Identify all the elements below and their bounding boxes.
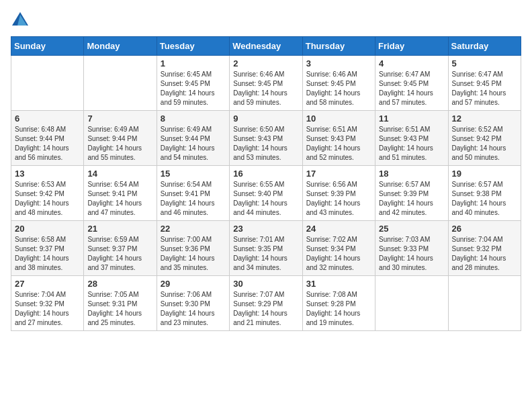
day-number: 19 [452,169,517,179]
day-info: Sunrise: 7:04 AMSunset: 9:32 PMDaylight:… [452,235,517,273]
day-info: Sunrise: 6:58 AMSunset: 9:37 PMDaylight:… [15,235,80,273]
day-info: Sunrise: 7:07 AMSunset: 9:29 PMDaylight:… [233,290,298,328]
day-number: 26 [452,224,517,234]
day-number: 18 [379,169,444,179]
calendar-cell: 23Sunrise: 7:01 AMSunset: 9:35 PMDayligh… [230,221,302,276]
day-number: 16 [233,169,298,179]
day-number: 20 [15,224,80,234]
day-info: Sunrise: 6:51 AMSunset: 9:43 PMDaylight:… [379,125,444,163]
calendar-cell: 30Sunrise: 7:07 AMSunset: 9:29 PMDayligh… [230,276,302,331]
calendar-week-row: 13Sunrise: 6:53 AMSunset: 9:42 PMDayligh… [11,166,521,221]
day-number: 24 [306,224,371,234]
calendar-cell: 5Sunrise: 6:47 AMSunset: 9:45 PMDaylight… [448,56,521,111]
day-number: 29 [161,279,226,289]
calendar-cell: 16Sunrise: 6:55 AMSunset: 9:40 PMDayligh… [230,166,302,221]
calendar-cell: 10Sunrise: 6:51 AMSunset: 9:43 PMDayligh… [302,111,375,166]
calendar-cell [11,56,84,111]
day-info: Sunrise: 6:51 AMSunset: 9:43 PMDaylight:… [306,125,371,163]
day-number: 31 [306,279,371,289]
day-number: 21 [87,224,152,234]
day-number: 28 [87,279,152,289]
day-number: 23 [233,224,298,234]
day-info: Sunrise: 6:49 AMSunset: 9:44 PMDaylight:… [87,125,152,163]
day-number: 11 [379,113,444,124]
day-number: 2 [233,58,298,68]
day-info: Sunrise: 7:04 AMSunset: 9:32 PMDaylight:… [15,290,80,328]
day-info: Sunrise: 6:55 AMSunset: 9:40 PMDaylight:… [233,180,298,218]
calendar-header-row: SundayMondayTuesdayWednesdayThursdayFrid… [11,37,521,56]
calendar-cell [84,56,157,111]
day-header-friday: Friday [375,37,448,56]
day-number: 4 [379,58,444,68]
day-number: 10 [306,113,371,124]
calendar-cell [448,276,521,331]
day-number: 9 [233,113,298,124]
day-info: Sunrise: 6:47 AMSunset: 9:45 PMDaylight:… [379,70,444,107]
calendar-table: SundayMondayTuesdayWednesdayThursdayFrid… [11,36,521,331]
calendar-week-row: 1Sunrise: 6:45 AMSunset: 9:45 PMDaylight… [11,56,521,111]
calendar-cell: 11Sunrise: 6:51 AMSunset: 9:43 PMDayligh… [375,111,448,166]
calendar-cell: 25Sunrise: 7:03 AMSunset: 9:33 PMDayligh… [375,221,448,276]
day-info: Sunrise: 6:45 AMSunset: 9:45 PMDaylight:… [161,70,226,107]
day-header-monday: Monday [84,37,157,56]
calendar-cell: 26Sunrise: 7:04 AMSunset: 9:32 PMDayligh… [448,221,521,276]
calendar-cell: 3Sunrise: 6:46 AMSunset: 9:45 PMDaylight… [302,56,375,111]
calendar-week-row: 27Sunrise: 7:04 AMSunset: 9:32 PMDayligh… [11,276,521,331]
day-info: Sunrise: 6:54 AMSunset: 9:41 PMDaylight:… [161,180,226,218]
day-info: Sunrise: 6:57 AMSunset: 9:39 PMDaylight:… [379,180,444,218]
calendar-cell: 2Sunrise: 6:46 AMSunset: 9:45 PMDaylight… [230,56,302,111]
day-info: Sunrise: 6:48 AMSunset: 9:44 PMDaylight:… [15,125,80,163]
day-info: Sunrise: 7:08 AMSunset: 9:28 PMDaylight:… [306,290,371,328]
day-info: Sunrise: 6:46 AMSunset: 9:45 PMDaylight:… [306,70,371,107]
calendar-cell: 18Sunrise: 6:57 AMSunset: 9:39 PMDayligh… [375,166,448,221]
day-number: 14 [87,169,152,179]
day-info: Sunrise: 6:49 AMSunset: 9:44 PMDaylight:… [161,125,226,163]
calendar-cell: 31Sunrise: 7:08 AMSunset: 9:28 PMDayligh… [302,276,375,331]
day-info: Sunrise: 7:06 AMSunset: 9:30 PMDaylight:… [161,290,226,328]
calendar-cell: 20Sunrise: 6:58 AMSunset: 9:37 PMDayligh… [11,221,84,276]
calendar-cell: 12Sunrise: 6:52 AMSunset: 9:42 PMDayligh… [448,111,521,166]
day-number: 27 [15,279,80,289]
calendar-cell: 9Sunrise: 6:50 AMSunset: 9:43 PMDaylight… [230,111,302,166]
page-header [11,11,521,30]
day-info: Sunrise: 6:46 AMSunset: 9:45 PMDaylight:… [233,70,298,107]
day-header-saturday: Saturday [448,37,521,56]
day-info: Sunrise: 7:01 AMSunset: 9:35 PMDaylight:… [233,235,298,273]
day-info: Sunrise: 6:59 AMSunset: 9:37 PMDaylight:… [87,235,152,273]
calendar-cell: 7Sunrise: 6:49 AMSunset: 9:44 PMDaylight… [84,111,157,166]
day-number: 22 [161,224,226,234]
calendar-cell: 28Sunrise: 7:05 AMSunset: 9:31 PMDayligh… [84,276,157,331]
calendar-cell: 24Sunrise: 7:02 AMSunset: 9:34 PMDayligh… [302,221,375,276]
day-header-wednesday: Wednesday [230,37,302,56]
day-number: 25 [379,224,444,234]
day-number: 17 [306,169,371,179]
calendar-cell: 21Sunrise: 6:59 AMSunset: 9:37 PMDayligh… [84,221,157,276]
calendar-cell [375,276,448,331]
calendar-cell: 22Sunrise: 7:00 AMSunset: 9:36 PMDayligh… [157,221,229,276]
day-number: 8 [161,113,226,124]
day-header-thursday: Thursday [302,37,375,56]
day-info: Sunrise: 6:54 AMSunset: 9:41 PMDaylight:… [87,180,152,218]
day-number: 5 [452,58,517,68]
day-number: 3 [306,58,371,68]
day-number: 12 [452,113,517,124]
day-info: Sunrise: 7:05 AMSunset: 9:31 PMDaylight:… [87,290,152,328]
day-info: Sunrise: 7:00 AMSunset: 9:36 PMDaylight:… [161,235,226,273]
day-info: Sunrise: 7:02 AMSunset: 9:34 PMDaylight:… [306,235,371,273]
calendar-cell: 29Sunrise: 7:06 AMSunset: 9:30 PMDayligh… [157,276,229,331]
logo-icon [11,11,30,30]
day-info: Sunrise: 6:57 AMSunset: 9:38 PMDaylight:… [452,180,517,218]
day-info: Sunrise: 6:47 AMSunset: 9:45 PMDaylight:… [452,70,517,107]
day-number: 1 [161,58,226,68]
day-number: 6 [15,113,80,124]
logo [11,11,32,30]
day-info: Sunrise: 7:03 AMSunset: 9:33 PMDaylight:… [379,235,444,273]
calendar-cell: 13Sunrise: 6:53 AMSunset: 9:42 PMDayligh… [11,166,84,221]
day-info: Sunrise: 6:53 AMSunset: 9:42 PMDaylight:… [15,180,80,218]
calendar-cell: 27Sunrise: 7:04 AMSunset: 9:32 PMDayligh… [11,276,84,331]
calendar-cell: 8Sunrise: 6:49 AMSunset: 9:44 PMDaylight… [157,111,229,166]
day-header-sunday: Sunday [11,37,84,56]
calendar-week-row: 6Sunrise: 6:48 AMSunset: 9:44 PMDaylight… [11,111,521,166]
calendar-cell: 1Sunrise: 6:45 AMSunset: 9:45 PMDaylight… [157,56,229,111]
calendar-cell: 14Sunrise: 6:54 AMSunset: 9:41 PMDayligh… [84,166,157,221]
